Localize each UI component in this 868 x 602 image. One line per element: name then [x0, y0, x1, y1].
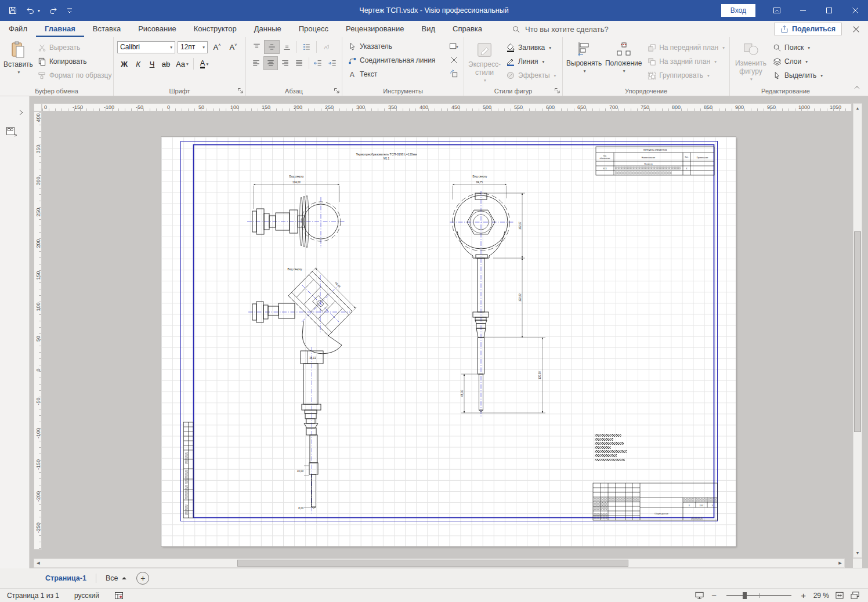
select-button[interactable]: Выделить▾	[771, 68, 825, 82]
tab-Вид[interactable]: Вид	[413, 21, 444, 37]
cut-button[interactable]: Вырезать	[35, 41, 114, 55]
quick-styles-button[interactable]: Экспресс-стили ▾	[468, 39, 501, 85]
scroll-down-button[interactable]: ▼	[853, 549, 862, 557]
notes-block[interactable]	[595, 434, 627, 463]
customize-qat-button[interactable]	[66, 6, 73, 14]
expand-panel-icon[interactable]	[17, 109, 24, 116]
sign-in-button[interactable]: Вход	[721, 4, 755, 17]
maximize-button[interactable]	[816, 0, 842, 21]
minimize-button[interactable]	[790, 0, 816, 21]
scroll-right-button[interactable]: ▶	[836, 559, 844, 567]
paste-button[interactable]: Вставить ▾	[3, 39, 33, 85]
page-count-status[interactable]: Страница 1 из 1	[7, 592, 59, 600]
align-center-button[interactable]	[264, 57, 278, 70]
zoom-level[interactable]: 29 %	[813, 592, 829, 600]
text-tool-button[interactable]: A Текст	[346, 67, 444, 81]
connector-tool-button[interactable]: Соединительная линия	[346, 53, 444, 67]
copy-button[interactable]: Копировать	[35, 55, 114, 68]
underline-button[interactable]: Ч	[145, 57, 159, 70]
parts-table[interactable]: ПЕРЕЧЕНЬ ЭЛЕМЕНТОВ Поз. обозначение Наим…	[596, 147, 714, 175]
free-transform-tool-button[interactable]	[447, 67, 461, 80]
font-dialog-launcher[interactable]	[237, 88, 244, 94]
tab-Главная[interactable]: Главная	[36, 21, 84, 37]
tab-Справка[interactable]: Справка	[444, 21, 491, 37]
pointer-tool-button[interactable]: Указатель	[346, 39, 444, 53]
switch-windows-icon[interactable]	[850, 591, 860, 600]
scroll-up-button[interactable]: ▲	[853, 104, 862, 113]
collapse-ribbon-button[interactable]	[853, 84, 861, 91]
view-angled-head[interactable]: Вид сверху	[248, 267, 357, 516]
grow-font-button[interactable]: A˄	[210, 41, 224, 53]
shrink-font-button[interactable]: A˅	[226, 41, 240, 53]
macro-record-icon[interactable]	[114, 592, 124, 600]
drawing-page[interactable]: Термопреобразователь ТСП-0193 L=120мм М1…	[161, 137, 736, 546]
rectangle-tool-button[interactable]: ▾	[447, 39, 461, 52]
paragraph-dialog-launcher[interactable]	[334, 88, 340, 94]
close-button[interactable]	[842, 0, 868, 21]
tab-Данные[interactable]: Данные	[245, 21, 290, 37]
horizontal-scroll-thumb[interactable]	[237, 560, 628, 567]
presentation-mode-icon[interactable]	[695, 591, 704, 600]
align-left-button[interactable]	[249, 57, 263, 70]
align-button[interactable]: Выровнять ▾	[566, 39, 602, 85]
font-color-button[interactable]: А▾	[196, 57, 213, 70]
strikethrough-button[interactable]: ab	[159, 57, 173, 70]
drawing-title-text[interactable]: Термопреобразователь ТСП-0193 L=120мм М1…	[356, 153, 417, 160]
zoom-slider[interactable]	[726, 595, 791, 596]
group-button[interactable]: Группировать▾	[645, 68, 727, 82]
save-button[interactable]	[8, 6, 17, 15]
fit-page-icon[interactable]	[835, 591, 844, 600]
send-to-back-button[interactable]: На задний план▾	[645, 55, 727, 68]
all-pages-button[interactable]: Все	[106, 574, 128, 582]
drawing-frame[interactable]	[181, 142, 718, 521]
shape-fill-button[interactable]: Заливка▾	[504, 41, 558, 55]
frame-side-strip[interactable]	[184, 422, 194, 518]
format-painter-button[interactable]: Формат по образцу	[35, 68, 114, 82]
tab-Конструктор[interactable]: Конструктор	[185, 21, 245, 37]
decrease-indent-button[interactable]	[312, 57, 326, 70]
vertical-scrollbar[interactable]: ▲ ▼	[853, 103, 862, 558]
connection-point-tool-button[interactable]	[447, 53, 461, 66]
find-button[interactable]: Поиск▾	[771, 41, 825, 55]
font-size-select[interactable]: 12пт ▾	[178, 41, 208, 53]
zoom-in-button[interactable]: +	[800, 590, 808, 600]
bold-button[interactable]: Ж	[117, 57, 131, 70]
scroll-left-button[interactable]: ◀	[34, 559, 42, 567]
language-status[interactable]: русский	[74, 592, 99, 600]
zoom-slider-thumb[interactable]	[743, 592, 747, 599]
tab-Процесс[interactable]: Процесс	[290, 21, 337, 37]
bullets-button[interactable]	[299, 41, 314, 53]
drawing-area[interactable]: Термопреобразователь ТСП-0193 L=120мм М1…	[42, 111, 853, 558]
undo-dropdown[interactable]: ▾	[38, 8, 40, 13]
horizontal-scrollbar[interactable]: ◀ ▶	[34, 559, 845, 568]
italic-button[interactable]: К	[131, 57, 145, 70]
shape-styles-dialog-launcher[interactable]	[554, 88, 560, 94]
share-button[interactable]: Поделиться	[774, 23, 842, 35]
page-tab[interactable]: Страница-1	[45, 574, 86, 582]
tab-Рецензирование[interactable]: Рецензирование	[337, 21, 413, 37]
shape-line-button[interactable]: Линия▾	[504, 55, 558, 68]
font-family-select[interactable]: Calibri ▾	[117, 41, 175, 53]
align-top-button[interactable]	[249, 41, 264, 53]
ribbon-display-options-button[interactable]	[764, 0, 790, 21]
zoom-out-button[interactable]: −	[710, 590, 718, 600]
shapes-stencil-icon[interactable]	[6, 126, 17, 137]
title-block[interactable]: X XXX X Общие данные	[593, 483, 718, 520]
tab-Файл[interactable]: Файл	[0, 21, 36, 37]
align-middle-button[interactable]	[265, 41, 279, 53]
tab-Рисование[interactable]: Рисование	[129, 21, 185, 37]
close-document-icon[interactable]	[852, 26, 860, 33]
text-direction-button[interactable]: A	[319, 41, 334, 53]
add-page-button[interactable]: +	[136, 572, 149, 585]
align-right-button[interactable]	[278, 57, 292, 70]
layers-button[interactable]: Слои▾	[771, 55, 825, 68]
bring-to-front-button[interactable]: На передний план▾	[645, 41, 727, 55]
justify-button[interactable]	[292, 57, 306, 70]
change-case-button[interactable]: Aa▾	[173, 57, 191, 70]
vertical-scroll-thumb[interactable]	[854, 231, 861, 432]
change-shape-button[interactable]: Изменить фигуру ▾	[733, 39, 768, 85]
tab-Вставка[interactable]: Вставка	[84, 21, 129, 37]
align-bottom-button[interactable]	[280, 41, 294, 53]
position-button[interactable]: Положение ▾	[604, 39, 643, 85]
view-front-head[interactable]: Вид сверху 84,75	[450, 175, 545, 416]
